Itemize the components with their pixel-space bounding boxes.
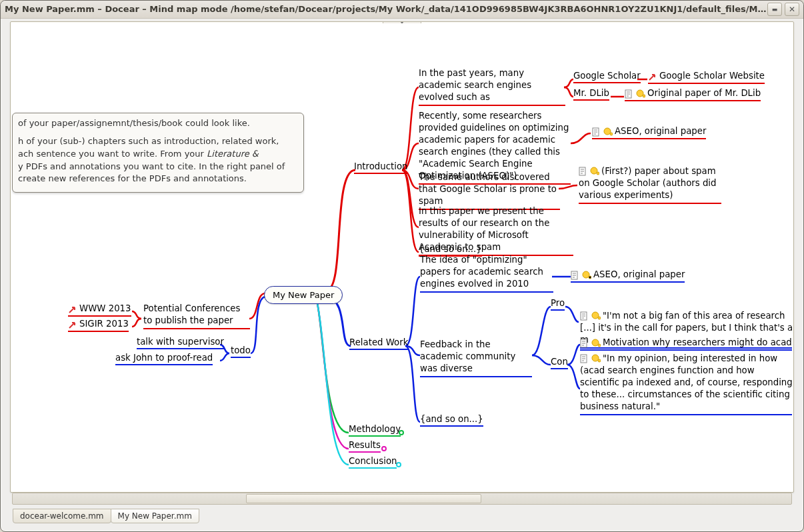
intro-ref[interactable]: ASEO, original paper (592, 126, 706, 139)
related-quote[interactable]: "In my opinion, being interested in how … (580, 353, 792, 415)
tab-docear-welcome[interactable]: docear-welcome.mm (13, 509, 111, 523)
idea-icon (591, 353, 601, 365)
left-conf[interactable]: Potential Conferences to publish the pap… (143, 303, 250, 329)
desc-line: of your paper/assignemnt/thesis/book cou… (18, 117, 298, 130)
annotation-icon (625, 89, 634, 99)
mindmap-panel: of your paper/assignemnt/thesis/book cou… (10, 21, 794, 493)
svg-point-13 (583, 271, 589, 278)
desc-line: y PDFs and annotations you want to cite.… (18, 161, 298, 173)
annotation-icon (579, 165, 588, 177)
left-todo-item[interactable]: ask John to proof-read (115, 353, 213, 365)
related-item[interactable]: Feedback in the academic community was d… (420, 339, 532, 377)
section-related-work[interactable]: Related Work (349, 337, 408, 350)
intro-item[interactable]: In the past years, many academic search … (419, 67, 565, 106)
svg-point-11 (597, 172, 599, 175)
related-item[interactable]: The idea of "optimizing" papers for acad… (420, 254, 553, 293)
link-arrow-icon (68, 304, 77, 314)
mindmap-canvas[interactable]: of your paper/assignemnt/thesis/book cou… (12, 23, 792, 491)
related-pro[interactable]: Pro (551, 298, 565, 311)
link-arrow-icon (68, 319, 77, 329)
application-body: of your paper/assignemnt/thesis/book cou… (3, 19, 801, 529)
svg-point-14 (589, 276, 591, 279)
root-node[interactable]: My New Paper (264, 286, 343, 304)
intro-subitem[interactable]: Google Scholar (573, 71, 641, 83)
idea-icon (591, 338, 601, 348)
left-conf-item[interactable]: WWW 2013 (68, 303, 131, 317)
annotation-icon (592, 127, 601, 137)
desc-line: create new references for the PDFs and a… (18, 173, 298, 185)
section-results[interactable]: Results (349, 440, 381, 453)
annotation-icon (580, 310, 589, 322)
idea-icon (636, 89, 645, 99)
tab-my-new-paper[interactable]: My New Paper.mm (111, 509, 199, 523)
intro-ref[interactable]: Original paper of Mr. DLib (625, 88, 761, 101)
intro-subitem[interactable]: Mr. DLib (573, 88, 609, 101)
close-button[interactable] (785, 3, 799, 16)
section-methodology[interactable]: Methdology (349, 424, 401, 437)
svg-point-17 (598, 317, 601, 319)
svg-point-20 (598, 344, 601, 347)
tab-bar: docear-welcome.mm My New Paper.mm (13, 509, 791, 523)
related-item[interactable]: {and so on...} (420, 414, 483, 427)
annotation-icon (580, 353, 589, 365)
intro-ref[interactable]: Google Scholar Website (648, 71, 765, 84)
svg-point-10 (591, 167, 597, 174)
link-arrow-icon (648, 71, 657, 81)
desc-line: ach sentence you want to write. From you… (18, 148, 298, 161)
scrollbar-thumb[interactable] (246, 494, 481, 503)
idea-icon (590, 165, 599, 177)
title-bar[interactable]: My New Paper.mm – Docear – Mind map mode… (1, 1, 803, 19)
left-todo[interactable]: todo (231, 345, 251, 358)
section-conclusion[interactable]: Conclusion (349, 456, 397, 469)
idea-icon (591, 310, 601, 322)
minimize-button[interactable] (767, 3, 782, 16)
svg-point-23 (598, 359, 601, 362)
svg-point-5 (643, 95, 645, 97)
idea-icon (603, 127, 613, 137)
svg-point-22 (592, 355, 599, 361)
horizontal-scrollbar[interactable] (12, 493, 792, 505)
svg-point-16 (592, 312, 599, 319)
svg-point-4 (637, 90, 643, 97)
svg-point-19 (592, 339, 599, 346)
intro-ref[interactable]: (First?) paper about spam on Google Scho… (579, 165, 721, 204)
desc-line: h of your (sub-) chapters such as introd… (18, 135, 298, 148)
window-title: My New Paper.mm – Docear – Mind map mode… (5, 1, 767, 18)
related-quote[interactable]: Motivation why researchers might do acad… (580, 337, 792, 351)
svg-point-7 (604, 128, 611, 135)
annotation-icon (580, 338, 589, 348)
svg-point-1 (382, 447, 386, 451)
svg-point-2 (397, 463, 401, 467)
left-conf-item[interactable]: SIGIR 2013 (68, 319, 129, 332)
idea-icon (582, 270, 591, 280)
window-buttons (767, 3, 799, 16)
annotation-icon (571, 270, 580, 280)
left-todo-item[interactable]: talk with supervisor (137, 337, 224, 349)
section-introduction[interactable]: Introduction (354, 161, 408, 174)
intro-item[interactable]: The same authors discovered that Google … (419, 171, 560, 210)
description-tooltip: of your paper/assignemnt/thesis/book cou… (12, 113, 304, 193)
related-con[interactable]: Con (551, 357, 568, 369)
svg-point-8 (610, 133, 613, 135)
window-frame: My New Paper.mm – Docear – Mind map mode… (0, 0, 804, 532)
related-ref[interactable]: ASEO, original paper (571, 269, 685, 283)
